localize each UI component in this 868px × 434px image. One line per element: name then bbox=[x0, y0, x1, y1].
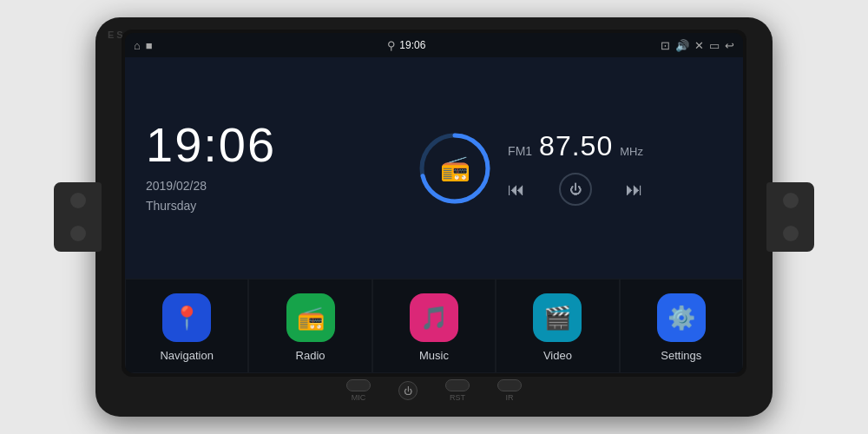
status-left: ⌂ ■ bbox=[134, 39, 153, 52]
settings-label: Settings bbox=[661, 349, 701, 362]
close-icon[interactable]: ✕ bbox=[694, 39, 704, 52]
music-icon-wrap: 🎵 bbox=[410, 293, 458, 342]
video-icon: 🎬 bbox=[543, 305, 571, 332]
navigation-icon-wrap: 📍 bbox=[162, 293, 211, 342]
radio-widget: 📻 FM1 87.50 MHz ⏮ ⏻ bbox=[416, 129, 643, 207]
back-icon[interactable]: ↩ bbox=[725, 39, 734, 52]
app-video[interactable]: 🎬 Video bbox=[496, 279, 619, 373]
music-icon: 🎵 bbox=[420, 305, 448, 332]
mic-label: MIC bbox=[352, 393, 366, 402]
clock-time: 19:06 bbox=[146, 121, 276, 169]
next-track-button[interactable]: ⏭ bbox=[626, 180, 643, 200]
radio-info: FM1 87.50 MHz ⏮ ⏻ ⏭ bbox=[508, 130, 643, 206]
radio-icon: 📻 bbox=[440, 154, 470, 182]
volume-icon[interactable]: 🔊 bbox=[675, 39, 689, 52]
screen-bezel: ⌂ ■ ⚲ 19:06 ⊡ 🔊 ✕ ▭ ↩ 19 bbox=[122, 30, 746, 377]
music-label: Music bbox=[419, 349, 449, 362]
ir-label: IR bbox=[506, 393, 514, 402]
radio-unit: MHz bbox=[620, 145, 643, 158]
radio-label: Radio bbox=[296, 349, 326, 362]
settings-icon: ⚙️ bbox=[667, 305, 695, 332]
radio-band: FM1 bbox=[508, 144, 532, 158]
camera-icon[interactable]: ⊡ bbox=[661, 39, 670, 52]
mounting-ear-left bbox=[54, 182, 102, 252]
app-grid-section: 📍 Navigation 📻 Radio 🎵 bbox=[125, 279, 743, 373]
radio-panel: 📻 FM1 87.50 MHz ⏮ ⏻ bbox=[316, 57, 743, 279]
app-settings[interactable]: ⚙️ Settings bbox=[620, 279, 743, 373]
video-icon-wrap: 🎬 bbox=[533, 293, 582, 342]
app-grid: 📍 Navigation 📻 Radio 🎵 bbox=[125, 279, 743, 373]
app-music[interactable]: 🎵 Music bbox=[372, 279, 496, 373]
status-bar: ⌂ ■ ⚲ 19:06 ⊡ 🔊 ✕ ▭ ↩ bbox=[125, 33, 743, 57]
prev-track-button[interactable]: ⏮ bbox=[508, 180, 525, 200]
radio-circle[interactable]: 📻 bbox=[416, 129, 494, 207]
mic-item: MIC bbox=[346, 379, 371, 402]
navigation-label: Navigation bbox=[160, 349, 213, 362]
main-content: 19:06 2019/02/28 Thursday bbox=[125, 57, 743, 279]
rst-button[interactable] bbox=[445, 379, 470, 391]
screen: ⌂ ■ ⚲ 19:06 ⊡ 🔊 ✕ ▭ ↩ 19 bbox=[125, 33, 743, 373]
power-item: ⏻ bbox=[398, 381, 418, 400]
status-center: ⚲ 19:06 bbox=[387, 39, 425, 52]
power-icon: ⏻ bbox=[569, 182, 582, 196]
clock-date: 2019/02/28 Thursday bbox=[146, 176, 207, 215]
clock-day: Thursday bbox=[146, 196, 207, 215]
radio-frequency: 87.50 bbox=[539, 130, 613, 162]
status-right: ⊡ 🔊 ✕ ▭ ↩ bbox=[661, 39, 734, 52]
home-icon[interactable]: ⌂ bbox=[134, 39, 141, 52]
ir-item: IR bbox=[497, 379, 522, 402]
status-time: 19:06 bbox=[399, 39, 425, 51]
physical-power-button[interactable]: ⏻ bbox=[398, 381, 418, 400]
location-icon: ⚲ bbox=[387, 39, 396, 52]
navigation-icon: 📍 bbox=[173, 305, 201, 332]
clock-panel: 19:06 2019/02/28 Thursday bbox=[125, 57, 316, 279]
app-navigation[interactable]: 📍 Navigation bbox=[125, 279, 248, 373]
rst-item: RST bbox=[445, 379, 470, 402]
power-button[interactable]: ⏻ bbox=[559, 173, 592, 206]
app-radio[interactable]: 📻 Radio bbox=[248, 279, 372, 373]
power-circle-icon: ⏻ bbox=[404, 386, 412, 396]
mounting-ear-right bbox=[766, 182, 814, 252]
rst-label: RST bbox=[450, 393, 465, 402]
bottom-bar: MIC ⏻ RST IR bbox=[346, 377, 522, 404]
clock-date-value: 2019/02/28 bbox=[146, 176, 207, 195]
car-head-unit: ESEDE ⌂ ■ ⚲ 19:06 ⊡ 🔊 ✕ ▭ ↩ bbox=[95, 17, 773, 417]
settings-icon-wrap: ⚙️ bbox=[657, 293, 706, 342]
ir-button[interactable] bbox=[497, 379, 522, 391]
radio-app-icon: 📻 bbox=[297, 305, 325, 332]
radio-icon-wrap: 📻 bbox=[286, 293, 335, 342]
window-icon[interactable]: ▭ bbox=[709, 39, 720, 52]
app-icon: ■ bbox=[146, 39, 153, 52]
video-label: Video bbox=[543, 349, 572, 362]
mic-button[interactable] bbox=[346, 379, 371, 391]
